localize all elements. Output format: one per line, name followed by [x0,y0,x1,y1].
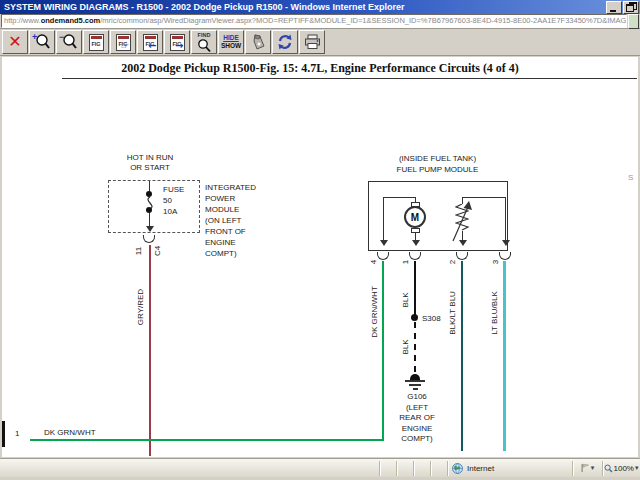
url-input[interactable]: http://www.ondemand5.com/mric/common/asp… [1,14,627,28]
ground-icon [409,384,421,386]
window-title: SYSTEM WIRING DIAGRAMS - R1500 - 2002 Do… [0,0,606,14]
protected-mode-pane[interactable]: ▾ [572,461,602,476]
blk-ground-wire-dashed [414,322,416,372]
eraser-jug-icon [249,33,267,51]
ground-icon [413,388,418,390]
pin-number-label: 4 [369,260,378,264]
pin-arrow [412,240,420,246]
close-figure-button[interactable]: ✕ [2,30,28,54]
url-path: /mric/common/asp/WiredDiagramViewer.aspx… [100,16,627,25]
refresh-button[interactable] [272,30,298,54]
restore-button[interactable] [623,1,639,14]
go-button[interactable] [628,14,639,29]
plus-icon: + [32,32,37,42]
cutoff-component-edge [2,421,5,447]
pin-number-label: 3 [491,260,500,264]
flag-icon [580,463,590,473]
gry-red-wire-label: GRY/RED [136,289,145,325]
figure-document-icon: FIG [89,34,104,51]
zoom-level-label: 100% [614,464,634,473]
status-pane [413,461,430,476]
blk-ground-wire-label: BLK [401,339,410,354]
splice-dot [411,314,418,321]
print-button[interactable] [299,30,325,54]
title-bar: SYSTEM WIRING DIAGRAMS - R1500 - 2002 Do… [0,0,640,14]
magnifier-icon [196,39,212,53]
cutoff-right-text: S [628,173,633,182]
fuel-pump-module-label: (INSIDE FUEL TANK) FUEL PUMP MODULE [355,153,520,175]
blk-lt-blu-wire-label: BLK/LT BLU [448,291,457,335]
viewer-toolbar: ✕ + − FIG FIG☞ FIG← FIG→ FIND HIDESHOW [0,29,640,56]
dk-grn-wht-horizontal-label: DK GRN/WHT [44,428,96,437]
power-source-label: HOT IN RUN OR START [112,153,188,173]
figure-document-icon: FIG← [143,34,158,51]
zoom-magnifier-icon [604,464,613,473]
refresh-icon [276,33,294,51]
status-pane [396,461,413,476]
arrow-left-icon: ← [148,41,156,51]
pin-arrow [459,240,467,246]
lt-blu-blk-wire [503,261,506,451]
close-icon: ✕ [8,34,21,50]
motor-branch-bus [383,197,416,198]
fuel-pump-motor-icon: M [404,206,426,228]
arrow-right-icon: → [175,41,183,51]
figure-title: 2002 Dodge Pickup R1500-Fig. 15: 4.7L, E… [0,61,640,76]
next-figure-button[interactable]: FIG→ [164,30,190,54]
browser-window: SYSTEM WIRING DIAGRAMS - R1500 - 2002 Do… [0,0,640,480]
pin-arrow [380,240,388,246]
ipm-pin-label: 11 [134,247,143,255]
motor-branch-left-lead [383,197,384,241]
current-direction-arrow [146,226,154,232]
status-pane [379,461,396,476]
url-domain: ondemand5.com [41,16,101,25]
printer-icon [303,33,322,51]
eraser-jug-button[interactable] [245,30,271,54]
figure-document-icon: FIG→ [170,34,185,51]
bottom-pin-label: 1 [15,429,19,438]
minus-icon: − [59,32,64,42]
status-pane [430,461,447,476]
hide-show-label: HIDESHOW [221,34,241,50]
fuse-name-label: FUSE [163,185,184,194]
dk-grn-wht-wire-label: DK GRN/WHT [370,286,379,338]
fuse-number-label: 50 [163,196,172,205]
figure-document-icon: FIG☞ [116,34,131,51]
zoom-control-pane[interactable]: 100% ▾ [602,461,640,476]
diagram-canvas [2,57,638,457]
fuse-rating-label: 10A [163,207,177,216]
ipm-location-note: INTEGRATED POWER MODULE (ON LEFT FRONT O… [205,182,256,259]
zoom-in-button[interactable]: + [29,30,55,54]
status-bar: Internet ▾ 100% ▾ [0,458,640,477]
previous-figure-button[interactable]: FIG← [137,30,163,54]
address-bar: http://www.ondemand5.com/mric/common/asp… [0,14,640,29]
hand-icon: ☞ [121,41,130,51]
url-protocol: http://www. [4,16,41,25]
hide-show-button[interactable]: HIDESHOW [218,30,244,54]
find-button[interactable]: FIND [191,30,217,54]
sender-branch-right-lead [505,197,506,241]
minimize-button[interactable] [606,1,622,14]
pan-figure-button[interactable]: FIG☞ [110,30,136,54]
fuse-lead-bottom [149,213,150,226]
pin-number-label: 1 [401,260,410,264]
blk-wire-label: BLK [401,292,410,307]
figure-title-divider [62,78,637,79]
ground-location-label: G106 (LEFT REAR OF ENGINE COMPT) [377,392,457,445]
pin-arrow [502,240,510,246]
blk-wire [414,261,416,318]
sender-branch-bus [462,197,506,198]
find-label: FIND [192,32,216,38]
blk-lt-blu-wire [461,261,463,451]
gry-red-wire [149,245,151,456]
variable-arrow-icon [449,199,475,245]
globe-icon [452,463,463,474]
fuel-pump-module-box [368,181,508,251]
view-figure-button[interactable]: FIG [83,30,109,54]
ipm-connector-label: C4 [153,246,162,256]
zoom-out-button[interactable]: − [56,30,82,54]
ground-icon [405,380,425,382]
chevron-down-icon: ▾ [591,464,595,472]
dk-grn-wht-horizontal-wire [30,439,384,441]
security-zone-pane: Internet [447,461,572,476]
